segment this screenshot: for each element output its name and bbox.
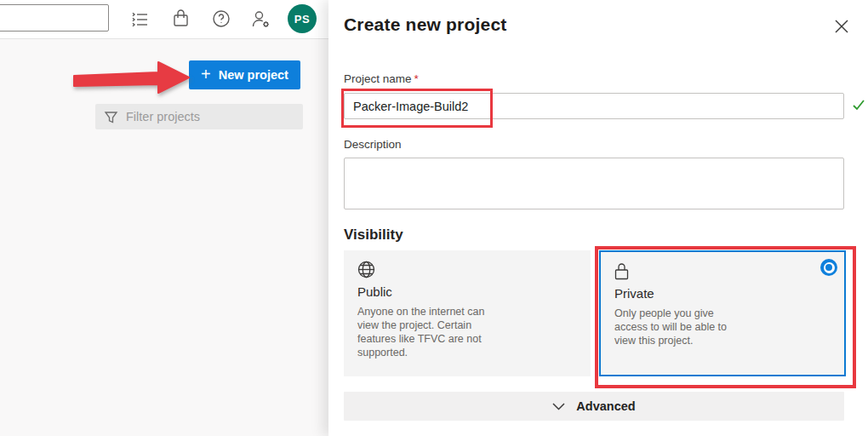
new-project-button[interactable]: + New project (189, 60, 300, 89)
lock-icon (614, 261, 630, 281)
close-icon[interactable] (834, 17, 853, 36)
private-label: Private (614, 286, 654, 301)
advanced-expander[interactable]: Advanced (344, 392, 844, 421)
user-settings-icon[interactable] (250, 9, 271, 30)
chevron-down-icon (552, 403, 565, 410)
panel-title: Create new project (344, 14, 507, 35)
screen: PS + New project Filter projects Create … (0, 0, 868, 436)
new-project-label: New project (219, 68, 288, 82)
create-project-panel: Create new project Project name* Descrip… (328, 0, 868, 436)
help-icon[interactable] (211, 9, 231, 29)
project-name-input[interactable] (344, 93, 844, 119)
description-textarea[interactable] (344, 158, 844, 209)
globe-icon (357, 260, 376, 279)
shopping-bag-icon[interactable] (171, 9, 191, 29)
avatar[interactable]: PS (288, 4, 317, 33)
advanced-label: Advanced (576, 399, 635, 413)
valid-check-icon (852, 99, 865, 111)
project-name-label-text: Project name (344, 72, 412, 85)
annotation-arrow-icon (73, 58, 191, 97)
public-label: Public (357, 284, 392, 299)
required-asterisk: * (414, 72, 419, 85)
visibility-option-private[interactable]: Private Only people you give access to w… (599, 250, 846, 376)
search-input[interactable] (0, 4, 109, 32)
private-description: Only people you give access to will be a… (614, 307, 797, 347)
public-description: Anyone on the internet can view the proj… (357, 305, 540, 359)
filter-funnel-icon (104, 110, 118, 124)
task-list-icon[interactable] (130, 10, 149, 29)
description-label: Description (344, 138, 402, 151)
visibility-heading: Visibility (344, 227, 403, 244)
project-name-label: Project name* (344, 72, 419, 85)
projects-pane: + New project Filter projects (0, 38, 328, 436)
filter-placeholder: Filter projects (126, 110, 200, 123)
filter-projects-input[interactable]: Filter projects (95, 104, 303, 129)
plus-icon: + (201, 66, 211, 83)
visibility-option-public[interactable]: Public Anyone on the internet can view t… (344, 250, 591, 376)
private-radio[interactable] (820, 259, 837, 276)
